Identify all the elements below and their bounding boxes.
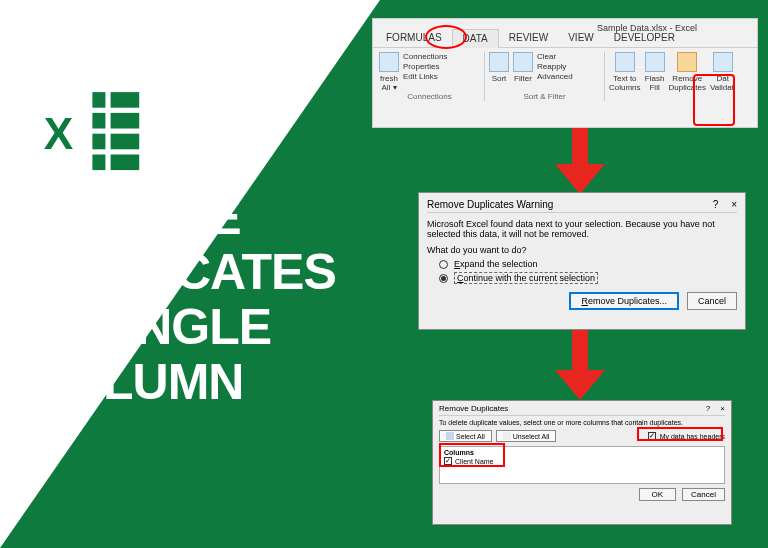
remove-duplicates-warning-dialog: Remove Duplicates Warning ? × Microsoft … bbox=[418, 192, 746, 330]
ok-button[interactable]: OK bbox=[639, 488, 677, 501]
group-sort-filter-label: Sort & Filter bbox=[489, 92, 600, 101]
text-to-columns-button[interactable]: Text to Columns bbox=[609, 52, 641, 92]
connections-link[interactable]: Connections bbox=[403, 52, 447, 61]
highlight-headers-checkbox bbox=[637, 427, 723, 441]
headline-line1: REMOVE bbox=[30, 190, 336, 245]
cancel-button[interactable]: Cancel bbox=[687, 292, 737, 310]
cancel-button[interactable]: Cancel bbox=[682, 488, 725, 501]
dialog2-subtext: To delete duplicate values, select one o… bbox=[439, 419, 725, 426]
svg-rect-6 bbox=[111, 134, 140, 150]
radio-icon-checked bbox=[439, 274, 448, 283]
sort-icon bbox=[489, 52, 509, 72]
radio-expand-selection[interactable]: EExpand the selectionxpand the selection bbox=[427, 259, 737, 269]
unselect-all-icon bbox=[503, 432, 511, 440]
excel-ribbon: Sample Data.xlsx - Excel FORMULAS DATA R… bbox=[372, 18, 758, 128]
refresh-icon bbox=[379, 52, 399, 72]
dialog1-close-icon[interactable]: × bbox=[731, 199, 737, 210]
radio-continue-current[interactable]: Continue with the current selection bbox=[427, 272, 737, 284]
flash-fill-button[interactable]: Flash Fill bbox=[645, 52, 665, 92]
dialog1-title: Remove Duplicates Warning bbox=[427, 199, 553, 210]
filter-button[interactable]: Filter bbox=[513, 52, 533, 83]
properties-link[interactable]: Properties bbox=[403, 62, 447, 71]
refresh-all-button[interactable]: fresh All ▾ bbox=[379, 52, 399, 92]
headline-text: REMOVE DUPLICATES IN SINGLE COLUMN bbox=[30, 190, 336, 410]
highlight-data-tab bbox=[425, 25, 467, 49]
svg-text:X: X bbox=[44, 109, 74, 158]
remove-duplicates-confirm-button[interactable]: Remove Duplicates... bbox=[569, 292, 679, 310]
svg-marker-11 bbox=[555, 128, 605, 194]
remove-duplicates-icon bbox=[677, 52, 697, 72]
svg-rect-4 bbox=[111, 113, 140, 129]
sort-button[interactable]: Sort bbox=[489, 52, 509, 83]
dialog1-question: What do you want to do? bbox=[427, 245, 737, 255]
edit-links-link[interactable]: Edit Links bbox=[403, 72, 447, 81]
svg-rect-8 bbox=[111, 155, 140, 171]
filter-icon bbox=[513, 52, 533, 72]
dialog1-body-text: Microsoft Excel found data next to your … bbox=[427, 219, 737, 239]
remove-duplicates-dialog: Remove Duplicates ? × To delete duplicat… bbox=[432, 400, 732, 525]
headline-line3: IN SINGLE bbox=[30, 300, 336, 355]
arrow-down-icon bbox=[550, 330, 610, 400]
highlight-remove-duplicates bbox=[693, 74, 735, 126]
clear-link[interactable]: Clear bbox=[537, 52, 573, 61]
unselect-all-button[interactable]: Unselect All bbox=[496, 430, 557, 442]
select-all-icon bbox=[446, 432, 454, 440]
dialog1-help-icon[interactable]: ? bbox=[713, 199, 719, 210]
reapply-link[interactable]: Reapply bbox=[537, 62, 573, 71]
dialog2-help-icon[interactable]: ? bbox=[706, 404, 710, 413]
window-title: Sample Data.xlsx - Excel bbox=[597, 23, 697, 33]
excel-logo-icon: X bbox=[30, 75, 160, 195]
select-all-button[interactable]: Select All bbox=[439, 430, 492, 442]
group-connections-label: Connections bbox=[379, 92, 480, 101]
svg-rect-2 bbox=[111, 92, 140, 108]
highlight-columns-list bbox=[439, 443, 505, 467]
flash-fill-icon bbox=[645, 52, 665, 72]
headline-line2: DUPLICATES bbox=[30, 245, 336, 300]
svg-marker-12 bbox=[555, 330, 605, 400]
advanced-link[interactable]: Advanced bbox=[537, 72, 573, 81]
arrow-down-icon bbox=[550, 128, 610, 194]
radio-icon bbox=[439, 260, 448, 269]
tab-review[interactable]: REVIEW bbox=[499, 29, 558, 47]
headline-line4: COLUMN bbox=[30, 355, 336, 410]
text-to-columns-icon bbox=[615, 52, 635, 72]
dialog2-close-icon[interactable]: × bbox=[720, 404, 725, 413]
dialog2-title: Remove Duplicates bbox=[439, 404, 508, 413]
data-validation-icon bbox=[713, 52, 733, 72]
